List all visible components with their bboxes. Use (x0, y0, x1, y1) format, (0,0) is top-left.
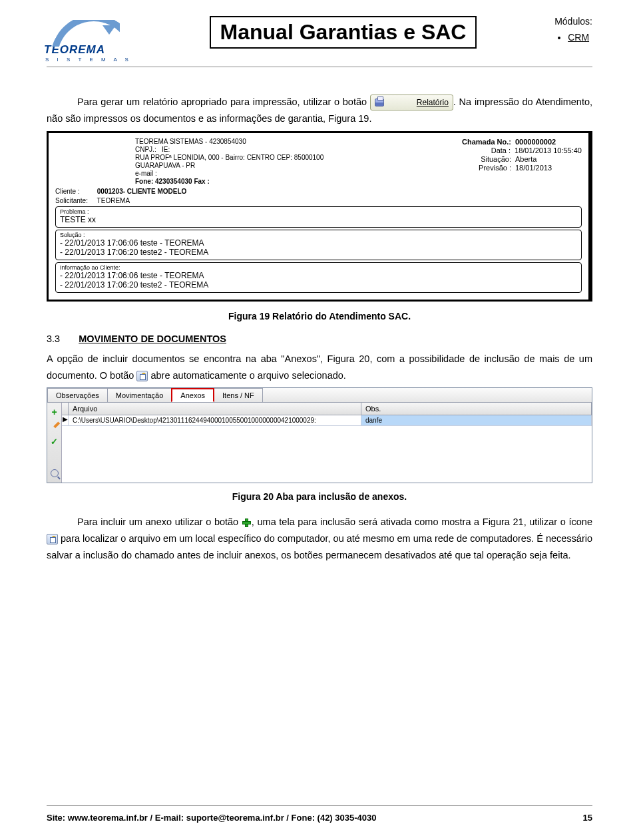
page-number: 15 (583, 813, 592, 823)
view-anexo-button[interactable] (49, 468, 60, 479)
plus-icon: + (51, 407, 57, 417)
report-problema-box: Problema : TESTE xx (55, 206, 582, 228)
add-anexo-button[interactable]: + (49, 407, 60, 417)
modules-label: Módulos: (554, 16, 592, 27)
page-footer: Site: www.teorema.inf.br / E-mail: supor… (47, 805, 592, 823)
report-solicitante-row: Solicitante: TEOREMA (55, 197, 582, 204)
column-arquivo[interactable]: Arquivo (69, 403, 361, 415)
cell-arquivo: C:\Users\USUARIO\Desktop\421301116244940… (69, 415, 361, 425)
folder-open-icon[interactable] (47, 534, 58, 544)
tab-observacoes[interactable]: Observações (47, 388, 108, 402)
figure-20-caption: Figura 20 Aba para inclusão de anexos. (47, 491, 592, 502)
print-icon (375, 99, 384, 106)
paragraph-3a: Para incluir um anexo utilizar o botão (77, 517, 242, 527)
zoom-icon (51, 469, 59, 477)
paragraph-3c: para localizar o arquivo em um local esp… (47, 533, 592, 560)
edit-anexo-button[interactable] (49, 421, 60, 432)
report-cnpj: CNPJ.: IE: (135, 146, 323, 153)
figure-19-caption: Figura 19 Relatório do Atendimento SAC. (47, 311, 592, 321)
report-company: TEOREMA SISTEMAS - 4230854030 (135, 138, 323, 145)
manual-title: Manual Garantias e SAC (210, 16, 477, 49)
paragraph-intro-a: Para gerar um relatório apropriado para … (77, 97, 370, 107)
anexos-row[interactable]: ▶ C:\Users\USUARIO\Desktop\4213011162449… (62, 415, 592, 426)
page-header: TEOREMA S I S T E M A S Manual Garantias… (47, 13, 592, 63)
confirm-anexo-button[interactable]: ✓ (49, 436, 60, 447)
report-info-box: Informação ao Cliente: - 22/01/2013 17:0… (55, 262, 582, 293)
report-address: RUA PROFª LEONIDIA, 000 - Bairro: CENTRO… (135, 154, 323, 161)
logo-subtitle: S I S T E M A S (45, 57, 132, 63)
section-heading: 3.3 MOVIMENTO DE DOCUMENTOS (47, 333, 592, 344)
section-number: 3.3 (47, 333, 60, 344)
report-meta-block: Chamada No.:0000000002 Data :18/01/2013 … (457, 137, 582, 186)
pencil-icon (51, 423, 59, 431)
paragraph-2b: abre automaticamente o arquivo seleciona… (150, 370, 345, 381)
module-item: CRM (568, 32, 592, 43)
footer-contact: Site: www.teorema.inf.br / E-mail: supor… (47, 813, 376, 823)
section-title: MOVIMENTO DE DOCUMENTOS (79, 333, 226, 344)
modules-block: Módulos: CRM (554, 16, 592, 43)
footer-separator (47, 805, 592, 806)
report-solucao-box: Solução : - 22/01/2013 17:06:06 teste - … (55, 230, 582, 260)
column-obs[interactable]: Obs. (361, 403, 592, 415)
row-marker-icon: ▶ (62, 415, 69, 425)
tab-movimentacao[interactable]: Movimentação (107, 388, 172, 402)
paragraph-intro: Para gerar um relatório apropriado para … (47, 94, 592, 127)
paragraph-anexo-howto: Para incluir um anexo utilizar o botão ,… (47, 514, 592, 563)
paragraph-3b: , uma tela para inclusão será ativada co… (252, 517, 592, 527)
logo-arc-icon (47, 20, 120, 47)
paragraph-anexos-intro: A opção de incluir documentos se encontr… (47, 351, 592, 383)
anexos-screenshot: Observações Movimentação Anexos Itens / … (47, 387, 592, 483)
relatorio-button-label: Relatório (386, 96, 449, 109)
plus-icon-inline[interactable] (242, 518, 252, 528)
tab-anexos[interactable]: Anexos (171, 388, 214, 402)
report-screenshot: TEOREMA SISTEMAS - 4230854030 CNPJ.: IE:… (47, 131, 592, 302)
report-phone: Fone: 4230354030 Fax : (135, 178, 323, 185)
report-city: GUARAPUAVA - PR (135, 162, 323, 169)
tab-itens-nf[interactable]: Itens / NF (214, 388, 263, 402)
logo: TEOREMA S I S T E M A S (47, 20, 132, 63)
report-client-row: Cliente : 0001203- CLIENTE MODELO (55, 188, 582, 195)
check-icon: ✓ (51, 437, 58, 447)
cell-obs[interactable]: danfe (361, 415, 592, 425)
open-file-icon[interactable] (136, 371, 148, 381)
report-email: e-mail : (135, 170, 323, 177)
anexos-toolbar: + ✓ (47, 403, 62, 483)
header-separator (47, 67, 592, 67)
report-company-block: TEOREMA SISTEMAS - 4230854030 CNPJ.: IE:… (135, 137, 323, 186)
relatorio-button[interactable]: Relatório (370, 95, 453, 110)
anexos-grid: Arquivo Obs. ▶ C:\Users\USUARIO\Desktop\… (62, 403, 592, 483)
anexos-tabs: Observações Movimentação Anexos Itens / … (47, 388, 592, 403)
